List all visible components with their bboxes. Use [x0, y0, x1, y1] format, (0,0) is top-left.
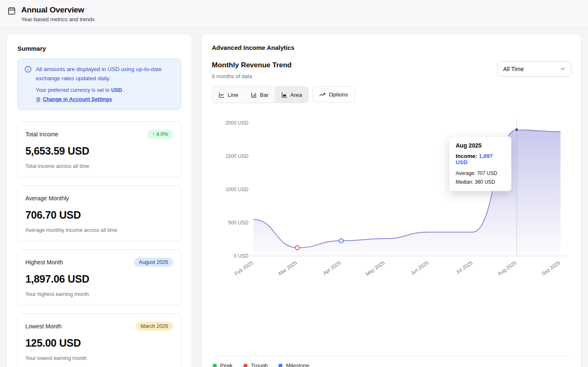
svg-text:1500 USD: 1500 USD	[226, 153, 249, 159]
svg-text:May 2025: May 2025	[365, 260, 386, 277]
revenue-chart[interactable]: 0 USD500 USD1000 USD1500 USD2000 USDFeb …	[212, 115, 571, 287]
svg-text:2000 USD: 2000 USD	[226, 120, 249, 126]
calendar-icon	[7, 7, 16, 15]
page-subtitle: Year-based metrics and trends	[21, 16, 95, 22]
area-chart-canvas[interactable]: 0 USD500 USD1000 USD1500 USD2000 USDFeb …	[212, 115, 571, 287]
metric-card-highest-month: Highest Month August 2025 1,897.06 USD Y…	[17, 249, 181, 305]
options-button-label: Options	[329, 91, 348, 98]
metric-title: Average Monthly	[25, 195, 69, 202]
change-settings-link[interactable]: ⚙Change in Account Settings	[36, 96, 112, 102]
metric-card-average-monthly: Average Monthly 706.70 USD Average month…	[17, 185, 181, 241]
metric-subtitle: Average monthly income across all time	[25, 227, 173, 233]
annual-overview-page: Annual Overview Year-based metrics and t…	[0, 0, 588, 367]
info-message: All amounts are displayed in USD using u…	[36, 65, 174, 83]
tooltip-average: Average: 707 USD	[456, 170, 505, 176]
svg-text:0 USD: 0 USD	[234, 253, 249, 259]
growth-badge: ↑ 4.0%	[147, 130, 173, 139]
peak-legend-dot	[213, 364, 217, 367]
svg-text:Jun 2025: Jun 2025	[409, 260, 430, 276]
legend-item-trough: Trough	[243, 362, 268, 367]
metric-card-total-income: Total Income ↑ 4.0% 5,653.59 USD Total i…	[17, 121, 181, 177]
metric-value: 125.00 USD	[25, 337, 173, 349]
arrow-up-icon: ↑	[152, 131, 155, 137]
svg-text:500 USD: 500 USD	[228, 220, 248, 226]
legend-label: Trough	[251, 362, 268, 367]
chart-subtitle: 8 months of data	[212, 73, 292, 79]
svg-text:Aug 2025: Aug 2025	[496, 260, 517, 277]
trough-legend-dot	[243, 364, 248, 367]
main-content: Summary All amounts are displayed in USD…	[0, 27, 588, 367]
area-chart-icon	[281, 92, 288, 98]
metric-subtitle: Your highest earning month	[25, 291, 173, 297]
analytics-heading: Advanced Income Analytics	[212, 44, 571, 51]
metric-value: 1,897.06 USD	[25, 273, 173, 285]
tab-line[interactable]: Line	[212, 87, 245, 103]
tab-bar[interactable]: Bar	[245, 87, 275, 103]
lowest-month-badge: March 2025	[136, 322, 173, 331]
bar-chart-icon	[251, 92, 257, 98]
svg-text:Mar 2025: Mar 2025	[278, 260, 298, 277]
summary-panel: Summary All amounts are displayed in USD…	[7, 34, 192, 367]
milestone-legend-dot	[278, 364, 283, 367]
summary-heading: Summary	[17, 45, 181, 52]
options-button[interactable]: Options	[313, 86, 355, 102]
chart-legend-block: Peak Trough Milestone	[212, 356, 571, 367]
svg-text:1000 USD: 1000 USD	[226, 187, 249, 192]
svg-text:Jul 2025: Jul 2025	[455, 260, 474, 276]
legend-item-milestone: Milestone	[278, 362, 309, 367]
tab-bar-label: Bar	[260, 92, 269, 98]
tooltip-income: Income: 1,897 USD	[456, 153, 505, 165]
currency-info-box: All amounts are displayed in USD using u…	[17, 59, 181, 110]
line-chart-icon	[218, 92, 225, 98]
tooltip-month: Aug 2025	[456, 142, 505, 149]
metric-title: Total Income	[25, 131, 58, 138]
time-range-select[interactable]: All Time	[497, 61, 571, 76]
chart-title: Monthly Revenue Trend	[212, 61, 292, 69]
chart-legend: Peak Trough Milestone	[212, 356, 571, 367]
metric-title: Lowest Month	[25, 323, 62, 330]
highest-month-badge: August 2025	[134, 258, 173, 267]
page-header: Annual Overview Year-based metrics and t…	[0, 0, 588, 27]
chart-toolbar: Line Bar Area Options	[212, 86, 571, 103]
legend-label: Milestone	[286, 362, 309, 367]
chart-type-tabs: Line Bar Area	[212, 86, 309, 103]
gear-icon: ⚙	[36, 96, 41, 102]
tab-line-label: Line	[228, 92, 238, 98]
preferred-currency-prefix: Your preferred currency is set to	[36, 87, 111, 93]
tooltip-income-label: Income:	[456, 153, 477, 159]
metric-value: 706.70 USD	[25, 209, 173, 221]
metric-subtitle: Your lowest earning month	[25, 355, 173, 361]
metric-subtitle: Total income across all time	[25, 163, 173, 169]
growth-badge-label: 4.0%	[156, 131, 169, 137]
chart-header: Monthly Revenue Trend 8 months of data A…	[212, 61, 571, 79]
trending-up-icon	[319, 91, 325, 98]
chevron-down-icon	[560, 66, 566, 72]
time-range-value: All Time	[503, 66, 524, 72]
chart-tooltip: Aug 2025 Income: 1,897 USD Average: 707 …	[449, 136, 511, 191]
metric-value: 5,653.59 USD	[25, 145, 173, 157]
tooltip-median: Median: 360 USD	[456, 179, 505, 185]
preferred-currency-value: USD	[111, 87, 122, 93]
svg-text:Feb 2025: Feb 2025	[233, 260, 254, 277]
page-title: Annual Overview	[21, 5, 95, 15]
tab-area-label: Area	[290, 92, 303, 98]
preferred-currency-suffix: .	[122, 87, 123, 93]
tab-area[interactable]: Area	[275, 87, 309, 103]
preferred-currency-text: Your preferred currency is set to USD.	[36, 87, 174, 93]
svg-text:Sep 2025: Sep 2025	[541, 260, 561, 277]
change-settings-label: Change in Account Settings	[43, 96, 112, 102]
info-icon	[25, 66, 32, 103]
legend-item-peak: Peak	[213, 362, 233, 367]
legend-label: Peak	[220, 362, 233, 367]
metric-title: Highest Month	[25, 259, 63, 266]
svg-text:Apr 2025: Apr 2025	[322, 260, 342, 276]
analytics-panel: Advanced Income Analytics Monthly Revenu…	[202, 34, 581, 367]
metric-card-lowest-month: Lowest Month March 2025 125.00 USD Your …	[17, 313, 181, 367]
